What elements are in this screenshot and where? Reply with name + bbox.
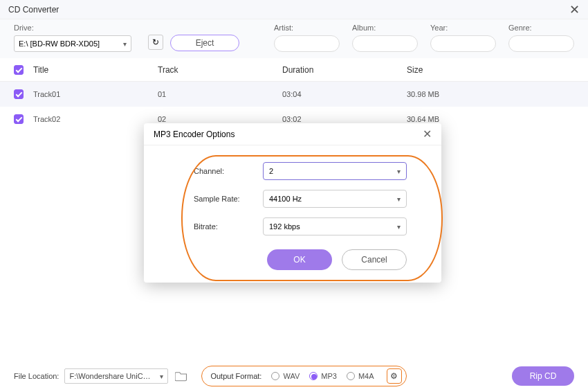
output-format-group: Output Format: WAV MP3 M4A ⚙: [201, 366, 406, 386]
file-location-select[interactable]: F:\Wondershare UniConverter ▾: [64, 368, 168, 384]
channel-label: Channel:: [194, 167, 263, 175]
row-checkbox[interactable]: [14, 114, 24, 124]
chevron-down-icon: ▾: [397, 168, 401, 175]
file-location-label: File Location:: [14, 372, 59, 380]
album-label: Album:: [352, 24, 418, 32]
radio-icon: [271, 372, 279, 380]
drive-select[interactable]: E:\ [BD-RW BDR-XD05] ▾: [14, 35, 131, 52]
rip-cd-button[interactable]: Rip CD: [512, 366, 574, 386]
col-size: Size: [407, 65, 574, 75]
year-label: Year:: [430, 24, 496, 32]
radio-icon: [347, 372, 355, 380]
year-input[interactable]: [430, 35, 496, 52]
bitrate-select[interactable]: 192 kbps ▾: [263, 217, 407, 235]
chevron-down-icon: ▾: [160, 373, 163, 380]
row-checkbox[interactable]: [14, 89, 24, 99]
refresh-button[interactable]: ↻: [148, 35, 163, 50]
artist-input[interactable]: [274, 35, 340, 52]
format-wav[interactable]: WAV: [271, 372, 300, 380]
drive-label: Drive:: [14, 24, 152, 32]
table-row[interactable]: Track01 01 03:04 30.98 MB: [0, 82, 588, 107]
format-mp3[interactable]: MP3: [309, 372, 337, 380]
toolbar: Drive: E:\ [BD-RW BDR-XD05] ▾ ↻ Eject Ar…: [0, 19, 588, 58]
format-m4a[interactable]: M4A: [347, 372, 374, 380]
chevron-down-icon: ▾: [123, 40, 127, 48]
eject-button[interactable]: Eject: [170, 35, 239, 51]
select-all-checkbox[interactable]: [14, 65, 24, 75]
encoder-options-modal: MP3 Encoder Options ✕ Channel: 2 ▾ Sampl…: [144, 123, 441, 283]
close-icon[interactable]: ✕: [423, 127, 432, 141]
table-header: Title Track Duration Size: [0, 58, 588, 82]
footer-bar: File Location: F:\Wondershare UniConvert…: [0, 360, 588, 392]
ok-button[interactable]: OK: [267, 249, 332, 270]
album-input[interactable]: [352, 35, 418, 52]
genre-input[interactable]: [508, 35, 574, 52]
modal-title: MP3 Encoder Options: [154, 130, 235, 139]
artist-label: Artist:: [274, 24, 340, 32]
cancel-button[interactable]: Cancel: [342, 249, 407, 270]
channel-select[interactable]: 2 ▾: [263, 162, 407, 180]
output-format-label: Output Format:: [210, 372, 261, 380]
bitrate-label: Bitrate:: [194, 222, 263, 231]
samplerate-label: Sample Rate:: [194, 195, 263, 203]
chevron-down-icon: ▾: [397, 223, 401, 231]
title-bar: CD Converter ✕: [0, 0, 588, 19]
close-icon[interactable]: ✕: [569, 2, 580, 17]
radio-icon: [309, 372, 318, 380]
col-track: Track: [158, 65, 282, 75]
drive-value: E:\ [BD-RW BDR-XD05]: [19, 39, 100, 48]
samplerate-select[interactable]: 44100 Hz ▾: [263, 190, 407, 208]
col-title: Title: [33, 65, 158, 75]
window-title: CD Converter: [8, 5, 59, 15]
col-duration: Duration: [282, 65, 407, 75]
genre-label: Genre:: [508, 24, 574, 32]
settings-icon[interactable]: ⚙: [387, 368, 402, 384]
chevron-down-icon: ▾: [397, 195, 401, 203]
folder-icon[interactable]: [175, 371, 187, 382]
